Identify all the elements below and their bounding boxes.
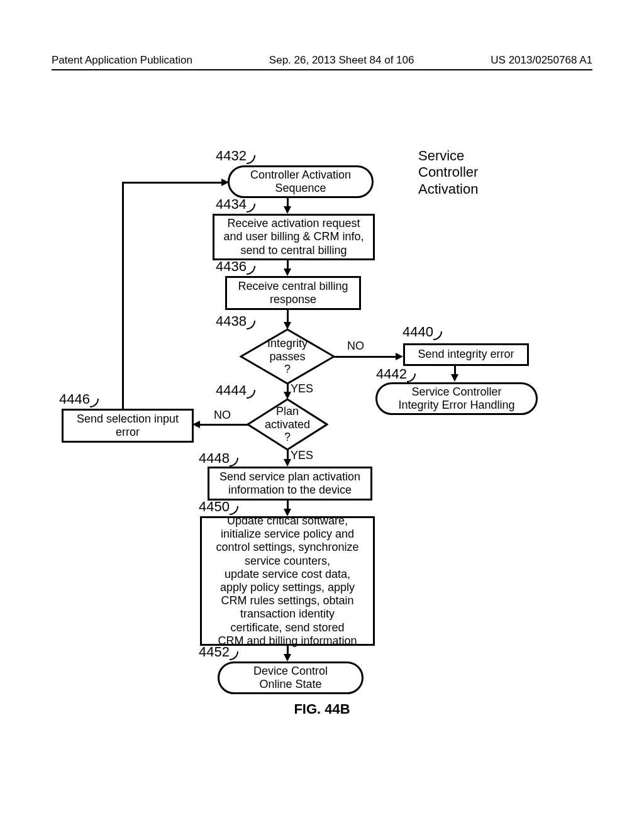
arrow-4444-4448: [287, 450, 289, 460]
arrow-4432-4434: [287, 198, 289, 207]
node-4444-plan-activated: Plan activated ?: [247, 398, 328, 451]
arrow-4434-4436: [287, 260, 289, 269]
node-4452-device-control-online-state: Device Control Online State: [218, 661, 364, 694]
node-4436-text: Receive central billing response: [238, 280, 348, 306]
arrow-4448-4450: [287, 501, 289, 509]
arrow-head-icon: [284, 459, 291, 467]
node-4448-text: Send service plan activation information…: [219, 470, 360, 497]
hook-icon: [230, 458, 238, 467]
node-4450-update-critical-software: Update critical software, initialize ser…: [200, 516, 375, 646]
branch-no-4444: NO: [214, 409, 231, 422]
ref-4446: 4446: [59, 392, 90, 406]
hook-icon: [247, 266, 255, 275]
arrow-4436-4438: [287, 310, 289, 323]
node-4442-text: Service Controller Integrity Error Handl…: [398, 385, 514, 411]
arrow-head-icon: [284, 206, 291, 214]
arrow-head-icon: [451, 374, 458, 382]
hook-icon: [247, 155, 255, 164]
ref-4444: 4444: [216, 384, 247, 397]
node-4440-send-integrity-error: Send integrity error: [403, 343, 529, 366]
arrow-head-icon: [221, 179, 229, 186]
ref-4448: 4448: [199, 451, 230, 465]
arrow-4438-4444: [287, 384, 289, 392]
hook-icon: [247, 390, 255, 399]
arrow-head-icon: [396, 353, 403, 360]
branch-yes-4438: YES: [291, 382, 313, 396]
ref-4442: 4442: [376, 367, 407, 381]
hook-icon: [90, 399, 99, 407]
hook-icon: [433, 331, 442, 340]
node-4446-text: Send selection input error: [77, 412, 179, 439]
ref-4438: 4438: [216, 314, 247, 328]
node-4448-send-service-plan-activation-info: Send service plan activation information…: [208, 467, 372, 501]
hook-icon: [247, 204, 255, 213]
figure-label: FIG. 44B: [0, 701, 644, 717]
ref-4450: 4450: [199, 500, 230, 514]
node-4444-text: Plan activated ?: [265, 405, 310, 444]
ref-4452: 4452: [199, 645, 230, 659]
diagram-title: Service Controller Activation: [418, 148, 478, 197]
node-4436-receive-central-billing-response: Receive central billing response: [225, 276, 361, 310]
node-4450-text: Update critical software, initialize ser…: [216, 514, 358, 648]
node-4440-text: Send integrity error: [418, 348, 514, 361]
ref-4440: 4440: [402, 325, 433, 339]
ref-4434: 4434: [216, 197, 247, 211]
branch-no-4438: NO: [347, 340, 364, 353]
node-4442-integrity-error-handling: Service Controller Integrity Error Handl…: [375, 382, 538, 415]
node-4438-text: Integrity passes ?: [267, 337, 308, 376]
node-4438-integrity-passes: Integrity passes ?: [240, 328, 335, 385]
arrow-4440-4442: [454, 366, 456, 375]
arrow-4450-4452: [287, 646, 289, 655]
node-4452-text: Device Control Online State: [253, 665, 328, 690]
arrow-4438-4440: [334, 356, 397, 358]
arrow-head-icon: [284, 654, 291, 661]
header-right: US 2013/0250768 A1: [491, 54, 592, 67]
arrow-4444-4446: [199, 424, 249, 426]
hook-icon: [230, 651, 238, 660]
branch-yes-4444: YES: [291, 449, 313, 462]
arrow-head-icon: [284, 268, 291, 276]
ref-4436: 4436: [216, 260, 247, 274]
feedback-vert: [122, 182, 124, 409]
hook-icon: [407, 374, 416, 382]
header-left: Patent Application Publication: [52, 54, 192, 67]
ref-4432: 4432: [216, 149, 247, 163]
node-4432-controller-activation-sequence: Controller Activation Sequence: [228, 165, 374, 198]
node-4432-text: Controller Activation Sequence: [250, 169, 351, 194]
node-4434-text: Receive activation request and user bill…: [223, 217, 364, 257]
page-header: Patent Application Publication Sep. 26, …: [52, 54, 592, 70]
node-4434-receive-activation-request: Receive activation request and user bill…: [213, 214, 375, 260]
feedback-horiz: [122, 182, 223, 184]
node-4446-send-selection-input-error: Send selection input error: [62, 409, 194, 443]
header-mid: Sep. 26, 2013 Sheet 84 of 106: [269, 54, 414, 67]
